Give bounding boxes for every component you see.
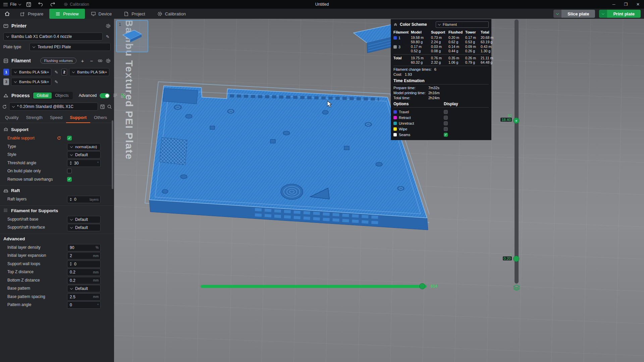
threshold-angle-input[interactable]: 30 ° [67, 160, 101, 167]
redo-button[interactable] [48, 1, 57, 8]
sliced-model[interactable] [144, 80, 429, 238]
spinner-arrows[interactable] [70, 262, 72, 266]
travel-display-checkbox[interactable] [444, 110, 448, 114]
top-z-distance-input[interactable]: 0.2 mm [67, 268, 101, 276]
filament-for-supports-group-icon [3, 208, 8, 213]
initial-layer-density-input[interactable]: 90 % [67, 244, 101, 251]
reset-to-default-icon[interactable] [57, 136, 61, 141]
group-advanced-title: Advanced [3, 236, 25, 241]
pattern-angle-input[interactable]: 0 ° [67, 301, 101, 309]
parameter-list-icon[interactable] [113, 93, 118, 98]
undo-button[interactable] [36, 1, 45, 8]
slice-plate-button[interactable]: Slice plate [553, 10, 595, 18]
process-scope-segmented[interactable]: Global Objects [33, 92, 72, 99]
home-button[interactable] [0, 9, 14, 19]
minimize-button[interactable]: ─ [608, 0, 620, 9]
plate-number: 1 [119, 22, 121, 27]
collapse-panel-icon[interactable] [393, 22, 397, 26]
raft-layers-input[interactable]: 0 layers [67, 196, 101, 203]
remove-filament-button[interactable]: − [89, 58, 95, 64]
table-row-filament-1: 1 [393, 36, 411, 44]
chevron-down-icon [18, 3, 21, 5]
tab-quality[interactable]: Quality [1, 113, 22, 123]
3d-viewport[interactable]: Bambu Textured PEI Plate [114, 19, 644, 362]
move-slider-thumb[interactable] [419, 283, 425, 289]
remove-small-overhangs-checkbox[interactable] [67, 177, 72, 182]
tab-support[interactable]: Support [66, 113, 90, 123]
layer-slider-track[interactable]: + [515, 19, 519, 284]
print-plate-button[interactable]: Print plate [599, 10, 641, 18]
layer-slider-bottom-handle[interactable] [513, 256, 519, 262]
print-dropdown-arrow[interactable] [599, 10, 607, 18]
calibration-doc-tab[interactable]: Calibration [64, 2, 89, 7]
close-button[interactable]: ✕ [632, 0, 644, 9]
filament-1-edit-icon[interactable]: ✎ [53, 70, 59, 75]
tab-speed[interactable]: Speed [46, 113, 66, 123]
flushing-volumes-button[interactable]: Flushing volumes [40, 58, 76, 64]
group-support-title: Support [11, 127, 29, 132]
tab-project[interactable]: Project [118, 9, 151, 19]
support-raft-base-dropdown[interactable]: Default [67, 216, 101, 223]
compare-presets-icon[interactable] [121, 93, 126, 98]
save-preset-icon[interactable] [100, 104, 105, 109]
move-slider-track[interactable] [201, 285, 427, 288]
filament-2-dropdown[interactable]: Bambu PLA Silk+ [69, 68, 109, 76]
sync-preset-icon[interactable] [2, 104, 7, 109]
unretract-display-checkbox[interactable] [444, 121, 448, 125]
enable-support-checkbox[interactable] [67, 136, 72, 140]
sidebar-scrollbar-thumb[interactable] [112, 120, 113, 189]
sidebar-scrollbar[interactable] [112, 19, 113, 362]
on-build-plate-only-checkbox[interactable] [67, 169, 72, 173]
support-raft-interface-dropdown[interactable]: Default [67, 224, 101, 231]
wipe-display-checkbox[interactable] [444, 127, 448, 131]
support-style-dropdown[interactable]: Default [67, 151, 101, 159]
filament-settings-gear-icon[interactable] [106, 58, 111, 63]
scope-objects[interactable]: Objects [52, 93, 72, 99]
support-type-dropdown[interactable]: normal(auto) [67, 143, 101, 150]
filament-3-dropdown[interactable]: Bambu PLA Silk+ [11, 78, 51, 86]
save-button[interactable] [24, 1, 33, 8]
support-wall-loops-input[interactable]: 0 [67, 260, 101, 268]
filament-3-badge[interactable]: 3 [3, 78, 9, 85]
scope-global[interactable]: Global [33, 93, 52, 99]
filament-1-badge[interactable]: 1 [3, 69, 9, 75]
filament-2-badge[interactable]: 2 [61, 69, 67, 75]
initial-layer-expansion-label: Initial layer expansion [7, 253, 46, 258]
advanced-toggle[interactable] [100, 93, 110, 98]
color-scheme-value: Filament [443, 22, 457, 26]
ams-filament-icon[interactable] [98, 58, 103, 63]
slice-dropdown-arrow[interactable] [553, 10, 561, 18]
color-scheme-dropdown[interactable]: Filament [436, 21, 489, 28]
base-pattern-dropdown[interactable]: Default [67, 285, 101, 292]
tab-prepare[interactable]: Prepare [14, 9, 49, 19]
filament-1-dropdown[interactable]: Bambu PLA Silk+ [11, 68, 51, 76]
travel-swatch [393, 110, 397, 114]
maximize-button[interactable]: ❐ [620, 0, 632, 9]
printer-edit-icon[interactable]: ✎ [105, 34, 111, 39]
spinner-arrows[interactable] [70, 198, 72, 201]
filament-3-edit-icon[interactable]: ✎ [53, 79, 59, 84]
pattern-angle-unit: ° [97, 303, 99, 307]
base-pattern-spacing-input[interactable]: 2.5 mm [67, 293, 101, 301]
printer-settings-gear-icon[interactable] [106, 23, 111, 28]
tab-others[interactable]: Others [90, 113, 111, 123]
tab-preview[interactable]: Preview [49, 9, 85, 19]
plate-type-dropdown[interactable]: Textured PEI Plate [30, 43, 111, 51]
layers-icon[interactable] [513, 285, 520, 291]
retract-display-checkbox[interactable] [444, 116, 448, 120]
tab-calibration[interactable]: Calibration [151, 9, 192, 19]
file-menu[interactable]: File [3, 2, 21, 7]
printer-preset-dropdown[interactable]: Bambu Lab X1 Carbon 0.4 nozzle [3, 33, 103, 41]
tab-device[interactable]: Device [85, 9, 118, 19]
search-icon[interactable] [107, 104, 112, 109]
initial-layer-expansion-input[interactable]: 2 mm [67, 252, 101, 259]
option-travel: Travel [393, 109, 489, 115]
process-preset-dropdown[interactable]: * 0.20mm Standard @BBL X1C [9, 103, 98, 111]
spinner-arrows[interactable] [70, 161, 72, 165]
tab-strength[interactable]: Strength [22, 113, 46, 123]
plate-1-thumbnail[interactable]: 1 [116, 20, 148, 52]
add-filament-button[interactable]: + [79, 58, 86, 64]
seams-display-checkbox[interactable] [444, 133, 448, 137]
bottom-z-distance-input[interactable]: 0.2 mm [67, 277, 101, 284]
layer-slider-top-handle[interactable]: + [513, 118, 519, 124]
